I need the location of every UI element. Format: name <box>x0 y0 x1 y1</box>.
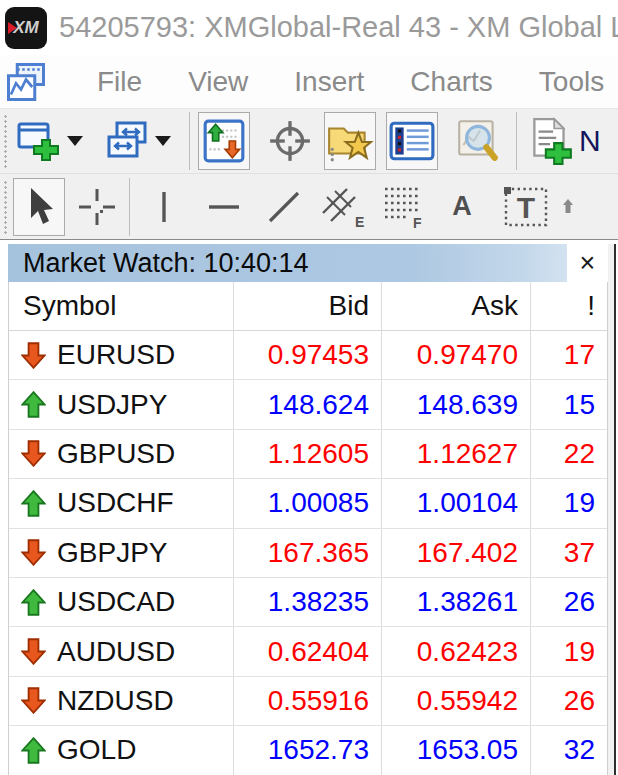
profiles-dropdown-caret-icon[interactable] <box>155 136 171 146</box>
ask-cell[interactable]: 0.97470 <box>382 331 531 379</box>
bid-cell[interactable]: 167.365 <box>234 529 382 577</box>
symbol-cell[interactable]: EURUSD <box>9 331 234 379</box>
symbol-cell[interactable]: GBPUSD <box>9 430 234 478</box>
menu-item-file[interactable]: File <box>97 66 142 98</box>
symbol-cell[interactable]: GBPJPY <box>9 529 234 577</box>
arrows-tool-button[interactable] <box>562 178 584 236</box>
spread-cell[interactable]: 19 <box>531 627 607 675</box>
spread-cell[interactable]: 32 <box>531 726 607 774</box>
column-header-spread[interactable]: ! <box>531 282 607 330</box>
new-order-button[interactable]: N <box>525 116 601 166</box>
close-icon[interactable]: × <box>567 244 608 282</box>
table-row[interactable]: USDCAD 1.38235 1.38261 26 <box>9 578 607 627</box>
menu-item-view[interactable]: View <box>188 66 248 98</box>
menu-item-tools[interactable]: Tools <box>539 66 604 98</box>
table-row[interactable]: EURUSD 0.97453 0.97470 17 <box>9 331 607 380</box>
spread-cell[interactable]: 17 <box>531 331 607 379</box>
bid-cell[interactable]: 0.55916 <box>234 677 382 725</box>
menu-item-charts[interactable]: Charts <box>410 66 492 98</box>
symbol-cell[interactable]: NZDUSD <box>9 677 234 725</box>
new-order-icon <box>525 116 575 166</box>
bid-cell[interactable]: 1.00085 <box>234 479 382 527</box>
ask-cell[interactable]: 1.00104 <box>382 479 531 527</box>
ask-cell[interactable]: 148.639 <box>382 380 531 428</box>
menu-item-insert[interactable]: Insert <box>294 66 364 98</box>
table-row[interactable]: GBPUSD 1.12605 1.12627 22 <box>9 430 607 479</box>
strategy-tester-icon <box>454 118 502 164</box>
bid-cell[interactable]: 1652.73 <box>234 726 382 774</box>
text-tool-button[interactable]: A <box>436 178 488 236</box>
profiles-button[interactable] <box>101 112 153 170</box>
bid-cell[interactable]: 1.38235 <box>234 578 382 626</box>
equidistant-channel-tool-button[interactable]: E <box>318 178 370 236</box>
arrow-up-icon <box>21 490 46 517</box>
ask-cell[interactable]: 0.62423 <box>382 627 531 675</box>
market-watch-button[interactable] <box>198 112 250 170</box>
toolbar-grip[interactable] <box>2 113 9 169</box>
market-watch-title: Market Watch: 10:40:14 <box>23 248 309 279</box>
symbol-cell[interactable]: GOLD <box>9 726 234 774</box>
panel-edge-divider[interactable] <box>614 244 616 775</box>
column-header-bid[interactable]: Bid <box>234 282 382 330</box>
table-header-row: Symbol Bid Ask ! <box>9 282 607 331</box>
toolbar-separator <box>129 178 130 236</box>
ask-cell[interactable]: 1.12627 <box>382 430 531 478</box>
fibonacci-tool-button[interactable]: F <box>378 178 430 236</box>
symbol-cell[interactable]: USDJPY <box>9 380 234 428</box>
bid-cell[interactable]: 148.624 <box>234 380 382 428</box>
navigator-button[interactable] <box>324 112 376 170</box>
spread-cell[interactable]: 37 <box>531 529 607 577</box>
new-chart-dropdown-caret-icon[interactable] <box>67 136 83 146</box>
window-titlebar: XM 54205793: XMGlobal-Real 43 - XM Globa… <box>0 0 618 55</box>
spread-cell[interactable]: 15 <box>531 380 607 428</box>
ask-cell[interactable]: 1653.05 <box>382 726 531 774</box>
fibo-letter: F <box>413 215 422 231</box>
strategy-tester-button[interactable] <box>452 112 504 170</box>
spread-cell[interactable]: 26 <box>531 677 607 725</box>
arrow-down-icon <box>21 440 46 467</box>
table-row[interactable]: NZDUSD 0.55916 0.55942 26 <box>9 677 607 726</box>
symbol-name: GBPUSD <box>57 438 175 470</box>
bid-cell[interactable]: 0.97453 <box>234 331 382 379</box>
symbol-name: GBPJPY <box>57 537 167 569</box>
profiles-icon <box>104 119 150 163</box>
ask-cell[interactable]: 167.402 <box>382 529 531 577</box>
new-order-label: N <box>579 124 601 158</box>
terminal-button[interactable] <box>386 112 438 170</box>
bid-cell[interactable]: 1.12605 <box>234 430 382 478</box>
spread-cell[interactable]: 22 <box>531 430 607 478</box>
terminal-icon <box>388 119 436 163</box>
table-row[interactable]: AUDUSD 0.62404 0.62423 19 <box>9 627 607 676</box>
table-body: EURUSD 0.97453 0.97470 17 USD <box>9 331 607 775</box>
table-row[interactable]: USDJPY 148.624 148.639 15 <box>9 380 607 429</box>
new-chart-icon <box>16 119 62 163</box>
bid-cell[interactable]: 0.62404 <box>234 627 382 675</box>
ask-cell[interactable]: 1.38261 <box>382 578 531 626</box>
symbol-name: GOLD <box>57 734 136 766</box>
symbol-cell[interactable]: USDCAD <box>9 578 234 626</box>
market-watch-caption-bar[interactable]: Market Watch: 10:40:14 <box>8 244 567 282</box>
table-row[interactable]: USDCHF 1.00085 1.00104 19 <box>9 479 607 528</box>
chart-window-icon[interactable] <box>6 62 46 102</box>
ask-cell[interactable]: 0.55942 <box>382 677 531 725</box>
text-label-tool-button[interactable]: T <box>500 178 552 236</box>
table-row[interactable]: GBPJPY 167.365 167.402 37 <box>9 529 607 578</box>
market-watch-icon <box>201 118 247 164</box>
data-window-button[interactable] <box>264 112 316 170</box>
spread-cell[interactable]: 19 <box>531 479 607 527</box>
symbol-name: EURUSD <box>57 339 175 371</box>
spread-cell[interactable]: 26 <box>531 578 607 626</box>
column-header-symbol[interactable]: Symbol <box>9 282 234 330</box>
toolbar-grip[interactable] <box>2 179 9 235</box>
horizontal-line-tool-button[interactable] <box>198 178 250 236</box>
new-chart-button[interactable] <box>13 112 65 170</box>
cursor-tool-button[interactable] <box>13 178 65 236</box>
column-header-ask[interactable]: Ask <box>382 282 531 330</box>
crosshair-tool-button[interactable] <box>71 178 123 236</box>
trendline-tool-button[interactable] <box>258 178 310 236</box>
symbol-cell[interactable]: AUDUSD <box>9 627 234 675</box>
vertical-line-tool-button[interactable] <box>138 178 190 236</box>
symbol-cell[interactable]: USDCHF <box>9 479 234 527</box>
symbol-name: USDJPY <box>57 389 167 421</box>
table-row[interactable]: GOLD 1652.73 1653.05 32 <box>9 726 607 775</box>
